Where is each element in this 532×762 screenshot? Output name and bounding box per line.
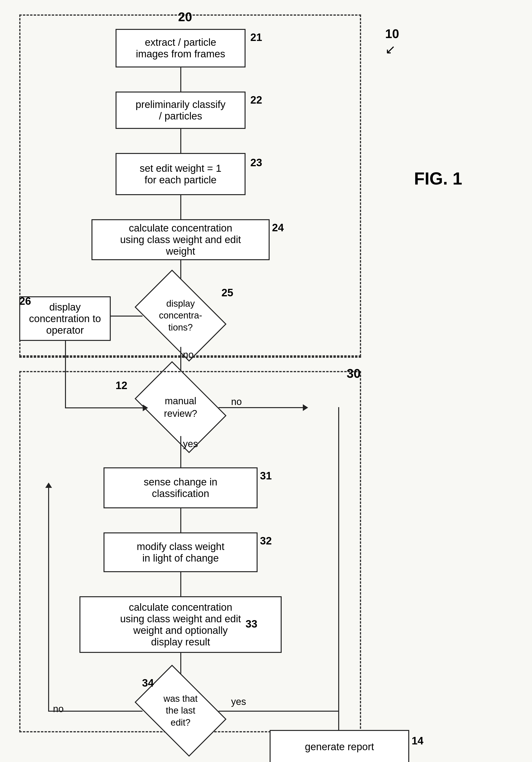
ref-32: 32 <box>260 535 272 547</box>
ref-21: 21 <box>250 31 262 43</box>
arrow-34-yes-h <box>219 711 339 712</box>
node-23: set edit weight = 1 for each particle <box>115 153 245 195</box>
arrow-to-report <box>338 711 339 730</box>
label-10-arrow: ↙ <box>385 42 396 57</box>
ref-34: 34 <box>142 677 154 689</box>
arrow-23-24 <box>180 195 181 219</box>
node-26: display concentration to operator <box>19 296 111 341</box>
label-30: 30 <box>347 366 361 381</box>
arrow-21-22 <box>180 67 181 92</box>
ref-14: 14 <box>412 735 424 747</box>
fig-label: FIG. 1 <box>414 169 462 189</box>
label-no-34: no <box>53 704 64 714</box>
ref-23: 23 <box>250 157 262 169</box>
arrow-32-33 <box>180 572 181 596</box>
label-yes-34: yes <box>231 696 246 707</box>
arrow-22-23 <box>180 129 181 153</box>
arrow-no12-down <box>338 407 339 470</box>
node-24: calculate concentration using class weig… <box>92 219 270 260</box>
node-31: sense change in classification <box>103 467 258 508</box>
node-22: preliminarily classify / particles <box>115 92 245 129</box>
page: 20 10 ↙ FIG. 1 extract / particle images… <box>0 0 532 762</box>
ref-33: 33 <box>245 618 257 630</box>
label-no-25: no <box>183 349 194 360</box>
node-21: extract / particle images from frames <box>115 29 245 67</box>
label-10: 10 <box>385 27 399 41</box>
node-14: generate report <box>270 730 409 762</box>
dashed-separator <box>19 356 361 358</box>
ref-26: 26 <box>19 295 31 307</box>
arrow-34-no-h <box>48 711 143 712</box>
label-20: 20 <box>178 10 192 24</box>
ref-31: 31 <box>260 470 272 482</box>
ref-22: 22 <box>250 94 262 106</box>
ref-24: 24 <box>272 222 284 234</box>
node-32: modify class weight in light of change <box>103 532 258 572</box>
ref-25: 25 <box>222 287 233 299</box>
diamond-25: display concentra- tions? <box>142 284 219 347</box>
arrow-31-32 <box>180 508 181 532</box>
arrow-34-no-v <box>48 488 49 712</box>
